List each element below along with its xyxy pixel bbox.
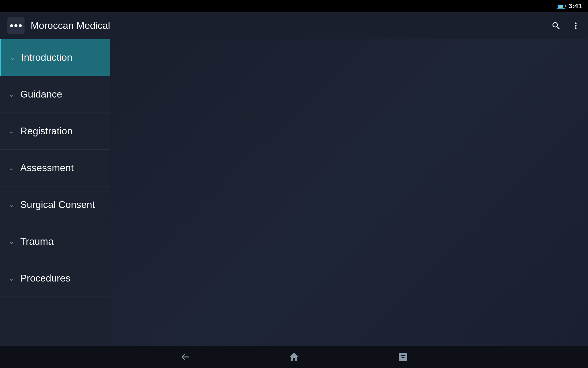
back-button[interactable] [179, 351, 190, 362]
sidebar-item-label: Assessment [20, 162, 74, 174]
chevron-down-icon: ⌄ [9, 90, 14, 98]
sidebar-item-assessment[interactable]: ⌄ Assessment [0, 150, 110, 186]
chevron-down-icon: ⌄ [9, 164, 14, 172]
sidebar-item-trauma[interactable]: ⌄ Trauma [0, 223, 110, 260]
sidebar: ⌄ Introduction ⌄ Guidance ⌄ Registration… [0, 39, 110, 346]
sidebar-item-label: Guidance [20, 89, 62, 100]
sidebar-item-label: Trauma [20, 236, 54, 247]
logo-dot-3 [19, 24, 22, 27]
chevron-down-icon: ⌄ [9, 274, 14, 282]
app-title: Moroccan Medical [31, 20, 551, 31]
sidebar-item-introduction[interactable]: ⌄ Introduction [0, 39, 110, 76]
sidebar-item-label: Introduction [21, 52, 72, 63]
logo-dot-1 [10, 24, 13, 27]
sidebar-item-registration[interactable]: ⌄ Registration [0, 113, 110, 150]
search-button[interactable] [551, 21, 561, 31]
recents-button[interactable] [398, 351, 409, 362]
app-bar-actions [551, 21, 581, 31]
chevron-down-icon: ⌄ [9, 201, 14, 209]
app-logo [7, 17, 24, 34]
sidebar-item-label: Surgical Consent [20, 199, 95, 210]
sidebar-item-label: Registration [20, 125, 73, 137]
sidebar-item-guidance[interactable]: ⌄ Guidance [0, 76, 110, 113]
content-area [110, 39, 588, 346]
status-time: 3:41 [568, 2, 582, 10]
logo-dot-2 [14, 24, 17, 27]
home-button[interactable] [288, 351, 300, 362]
main-content: ⌄ Introduction ⌄ Guidance ⌄ Registration… [0, 39, 588, 346]
app-bar: Moroccan Medical [0, 12, 588, 39]
sidebar-item-label: Procedures [20, 273, 70, 284]
battery-icon: ⚡ [557, 4, 565, 9]
status-bar: ⚡ 3:41 [0, 0, 588, 12]
logo-dots [10, 24, 22, 27]
sidebar-item-procedures[interactable]: ⌄ Procedures [0, 260, 110, 297]
sidebar-item-surgical-consent[interactable]: ⌄ Surgical Consent [0, 186, 110, 223]
chevron-down-icon: ⌄ [9, 127, 14, 135]
nav-bar [0, 346, 588, 368]
chevron-down-icon: ⌄ [9, 54, 15, 62]
chevron-down-icon: ⌄ [9, 238, 14, 246]
more-options-button[interactable] [571, 21, 581, 31]
